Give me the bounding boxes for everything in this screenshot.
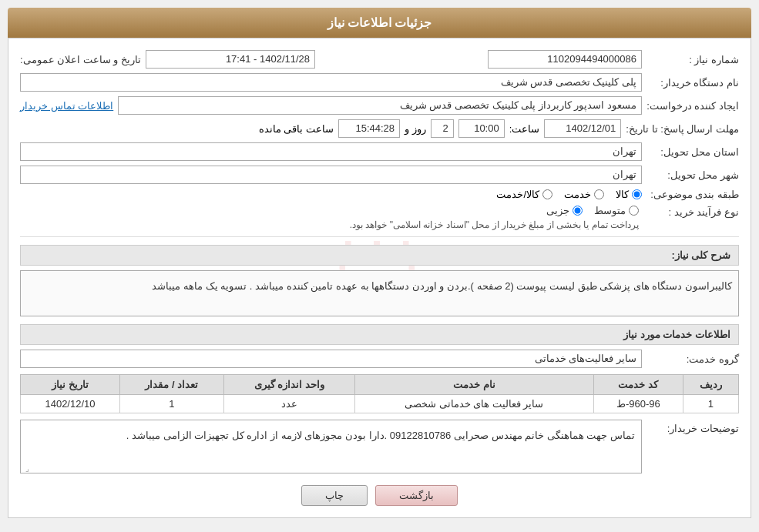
farayand-content: متوسط جزیی پرداخت تمام یا بخشی از مبلغ خ…	[20, 205, 639, 230]
resize-handle: ⌟	[22, 464, 29, 472]
ostan-row: استان محل تحویل: تهران	[20, 142, 739, 161]
tarikh-elaan-label: تاریخ و ساعت اعلان عمومی:	[20, 54, 141, 65]
print-button[interactable]: چاپ	[301, 485, 368, 506]
col-tarikh: تاریخ نیاز	[21, 375, 120, 395]
radio-kala-khadamat[interactable]: کالا/خدمت	[496, 189, 552, 200]
nam-dastgah-value: پلی کلینیک تخصصی قدس شریف	[20, 73, 642, 92]
services-table: ردیف کد خدمت نام خدمت واحد اندازه گیری ت…	[20, 374, 739, 413]
ijad-konande-label: ایجاد کننده درخواست:	[646, 100, 739, 112]
shomara-row: شماره نیاز : 1102094494000086 1402/11/28…	[20, 50, 739, 69]
mohlat-row: مهلت ارسال پاسخ: تا تاریخ: 1402/12/01 سا…	[20, 119, 739, 138]
nam-dastgah-row: نام دستگاه خریدار: پلی کلینیک تخصصی قدس …	[20, 73, 739, 92]
goroh-row: گروه خدمت: سایر فعالیت‌های خدماتی	[20, 350, 739, 368]
table-cell: عدد	[223, 395, 354, 413]
khadamat-section-title: اطلاعات خدمات مورد نیاز	[20, 324, 739, 345]
shahr-label: شهر محل تحویل:	[646, 169, 739, 181]
radio-motevaset[interactable]: متوسط	[594, 205, 639, 216]
main-card: 🛡 شماره نیاز : 1102094494000086 1402/11/…	[8, 38, 751, 518]
table-row: 1960-96-طسایر فعالیت های خدماتی شخصیعدد1…	[21, 395, 739, 413]
col-vahed: واحد اندازه گیری	[223, 375, 354, 395]
divider1	[20, 236, 739, 237]
table-cell: 1	[683, 395, 738, 413]
ostan-value: تهران	[20, 142, 642, 161]
back-button[interactable]: بازگشت	[375, 485, 458, 506]
table-header-row: ردیف کد خدمت نام خدمت واحد اندازه گیری ت…	[21, 375, 739, 395]
shahr-value: تهران	[20, 166, 642, 184]
mohlat-saat: 10:00	[458, 119, 505, 138]
tabaghe-row: طبقه بندی موضوعی: کالا/خدمت خدمت کالا	[20, 189, 739, 200]
content: شماره نیاز : 1102094494000086 1402/11/28…	[20, 50, 739, 506]
mohlat-mande-label: ساعت باقی مانده	[259, 123, 334, 135]
tozi-row: توضیحات خریدار: تماس جهت هماهنگی خانم مه…	[20, 420, 739, 473]
goroh-label: گروه خدمت:	[646, 353, 739, 365]
ostan-label: استان محل تحویل:	[646, 146, 739, 158]
mohlat-saat-label: ساعت:	[509, 123, 540, 135]
table-cell: 1	[119, 395, 223, 413]
ijad-konande-row: ایجاد کننده درخواست: مسعود اسدپور کاربرد…	[20, 96, 739, 115]
ettelaat-link[interactable]: اطلاعات تماس خریدار	[20, 100, 113, 112]
radio-jozi[interactable]: جزیی	[546, 205, 583, 216]
table-cell: 960-96-ط	[593, 395, 683, 413]
mohlat-date: 1402/12/01	[544, 119, 621, 138]
page-container: جزئیات اطلاعات نیاز 🛡 شماره نیاز : 11020…	[0, 0, 759, 526]
farayand-text: پرداخت تمام یا بخشی از مبلغ خریدار از مح…	[20, 219, 639, 230]
mohlat-label: مهلت ارسال پاسخ: تا تاریخ:	[626, 123, 739, 135]
farayand-label: نوع فرآیند خرید :	[646, 205, 739, 218]
sharh-text: کالیبراسون دستگاه های پزشکی طبق لیست پیو…	[20, 270, 739, 316]
header-bar: جزئیات اطلاعات نیاز	[8, 8, 751, 38]
tozi-text: تماس جهت هماهنگی خانم مهندس صحرایی 09122…	[20, 420, 642, 473]
tarikh-elaan-value: 1402/11/28 - 17:41	[146, 50, 315, 69]
shomara-niaz-value: 1102094494000086	[488, 50, 642, 69]
ijad-konande-value: مسعود اسدپور کاربرداز پلی کلینیک تخصصی ق…	[118, 96, 642, 115]
tabaghe-radios: کالا/خدمت خدمت کالا	[496, 189, 642, 200]
btn-row: بازگشت چاپ	[20, 485, 739, 506]
mohlat-rooz-label: روز و	[405, 123, 426, 135]
radio-kala[interactable]: کالا	[616, 189, 642, 200]
mohlat-mande: 15:44:28	[338, 119, 400, 138]
services-table-container: ردیف کد خدمت نام خدمت واحد اندازه گیری ت…	[20, 374, 739, 413]
tabaghe-label: طبقه بندی موضوعی:	[646, 189, 739, 200]
mohlat-rooz: 2	[431, 119, 454, 138]
nam-dastgah-label: نام دستگاه خریدار:	[646, 77, 739, 89]
tozi-label: توضیحات خریدار:	[646, 420, 739, 434]
shahr-row: شهر محل تحویل: تهران	[20, 166, 739, 184]
col-nam: نام خدمت	[354, 375, 593, 395]
farayand-row: نوع فرآیند خرید : متوسط جزیی پرداخت تمام…	[20, 205, 739, 230]
col-tedad: تعداد / مقدار	[119, 375, 223, 395]
col-kod: کد خدمت	[593, 375, 683, 395]
header-title: جزئیات اطلاعات نیاز	[327, 16, 432, 29]
goroh-value: سایر فعالیت‌های خدماتی	[20, 350, 642, 368]
table-cell: 1402/12/10	[21, 395, 120, 413]
col-radif: ردیف	[683, 375, 738, 395]
sharh-section-title: شرح کلی نیاز:	[20, 245, 739, 266]
radio-khadamat[interactable]: خدمت	[564, 189, 604, 200]
table-cell: سایر فعالیت های خدماتی شخصی	[354, 395, 593, 413]
shomara-niaz-label: شماره نیاز :	[646, 54, 739, 65]
